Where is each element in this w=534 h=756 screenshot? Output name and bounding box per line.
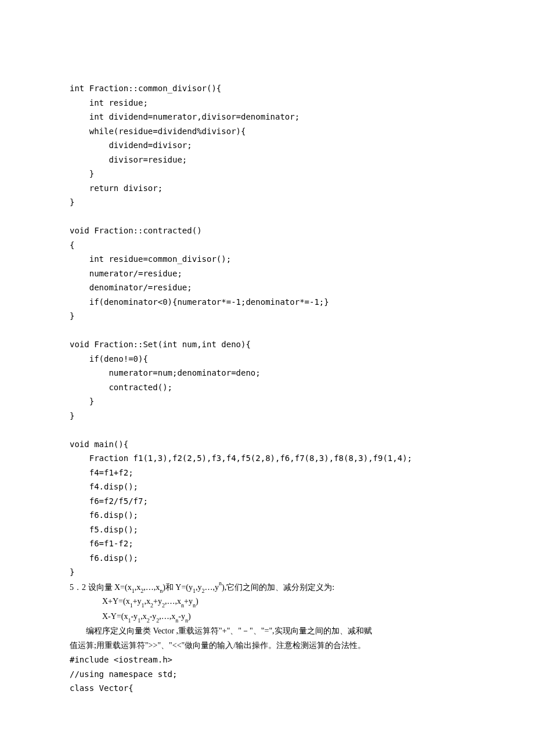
subscript: n	[160, 588, 163, 594]
code-line: }	[70, 309, 464, 323]
blank-line	[70, 423, 464, 437]
code-line: int residue=common_divisor();	[70, 252, 464, 267]
code-line: int dividend=numerator,divisor=denominat…	[70, 110, 464, 124]
document-page: int Fraction::common_divisor(){ int resi…	[70, 0, 464, 730]
text: +y	[133, 597, 142, 606]
subscript: 2	[147, 617, 150, 624]
code-line: divisor=residue;	[70, 153, 464, 167]
code-line: f4.disp();	[70, 480, 464, 494]
subscript: 1	[138, 617, 140, 624]
code-line: f4=f1+f2;	[70, 466, 464, 480]
code-line: numerator=num;denominator=deno;	[70, 366, 464, 380]
subscript: n	[175, 617, 178, 624]
subscript: 2	[162, 602, 165, 609]
code-line: f6=f1-f2;	[70, 537, 464, 551]
code-line: return divisor;	[70, 181, 464, 196]
text: ,x	[145, 597, 151, 606]
code-line: #include <iostream.h>	[70, 653, 464, 667]
text: -y	[178, 612, 185, 621]
text: +y	[153, 597, 162, 606]
code-line: void Fraction::contracted()	[70, 224, 464, 238]
blank-line	[70, 210, 464, 224]
code-line: f5.disp();	[70, 523, 464, 537]
code-line: }	[70, 195, 464, 210]
text: ,…,x	[165, 597, 181, 606]
text: ,x	[135, 582, 141, 591]
code-line: Fraction f1(1,3),f2(2,5),f3,f4,f5(2,8),f…	[70, 451, 464, 466]
blank-line	[70, 323, 464, 338]
subscript: 1	[132, 588, 135, 594]
subscript: 1	[193, 588, 196, 594]
code-line: int Fraction::common_divisor(){	[70, 81, 464, 96]
code-line: numerator/=residue;	[70, 267, 464, 281]
text: ,x	[140, 612, 147, 621]
subscript: 1	[128, 617, 131, 624]
problem-desc: 编程序定义向量类 Vector ,重载运算符"+"、"－"、"=",实现向量之间…	[70, 624, 464, 639]
text: -y	[131, 612, 138, 621]
code-line: void Fraction::Set(int num,int deno){	[70, 337, 464, 352]
text: -y	[150, 612, 157, 621]
text: ,…,x	[159, 612, 175, 621]
code-line: f6.disp();	[70, 508, 464, 523]
code-line: }	[70, 565, 464, 579]
text: )	[196, 597, 199, 606]
code-line: if(denominator<0){numerator*=-1;denomina…	[70, 295, 464, 309]
code-line: }	[70, 394, 464, 409]
code-line: f6=f2/f5/f7;	[70, 494, 464, 509]
subscript: 1	[142, 602, 145, 609]
code-line: }	[70, 167, 464, 181]
subscript: 2	[156, 617, 159, 624]
code-line: denominator/=residue;	[70, 280, 464, 295]
code-line: while(residue=dividend%divisor){	[70, 124, 464, 139]
code-line: contracted();	[70, 380, 464, 395]
text: …,y	[205, 582, 219, 591]
code-line: void main(){	[70, 437, 464, 452]
problem-desc: 值运算;用重载运算符">>"、"<<"做向量的输入/输出操作。注意检测运算的合法…	[70, 639, 464, 653]
text: 5．2 设向量 X=(x	[70, 582, 132, 591]
text: X+Y=(x	[102, 597, 130, 606]
code-line: dividend=divisor;	[70, 138, 464, 153]
code-line: //using namespace std;	[70, 667, 464, 682]
subscript: n	[181, 602, 184, 609]
subscript: 2	[140, 588, 143, 594]
text: +y	[184, 597, 193, 606]
text: )和 Y=(y	[163, 582, 193, 591]
text: X-Y=(x	[102, 612, 128, 621]
formula-line: X-Y=(x1-y1,x2-y2,…,xn-yn)	[70, 610, 464, 624]
subscript: n	[193, 602, 196, 609]
problem-heading: 5．2 设向量 X=(x1,x2,…,xn)和 Y=(y1,y2…,yn),它们…	[70, 579, 464, 595]
code-line: class Vector{	[70, 681, 464, 696]
text: ),它们之间的加、减分别定义为:	[222, 582, 334, 591]
superscript: n	[219, 580, 222, 586]
code-line: {	[70, 238, 464, 253]
subscript: 2	[202, 588, 205, 594]
formula-line: X+Y=(x1+y1,x2+y2,…,xn+yn)	[70, 595, 464, 609]
subscript: 2	[150, 602, 153, 609]
code-line: int residue;	[70, 96, 464, 110]
text: )	[188, 612, 191, 621]
text: ,…,x	[143, 582, 160, 591]
subscript: 1	[130, 602, 133, 609]
code-line: if(deno!=0){	[70, 352, 464, 366]
subscript: n	[185, 617, 188, 624]
code-line: f6.disp();	[70, 551, 464, 566]
text: ,y	[196, 582, 202, 591]
code-line: }	[70, 409, 464, 423]
